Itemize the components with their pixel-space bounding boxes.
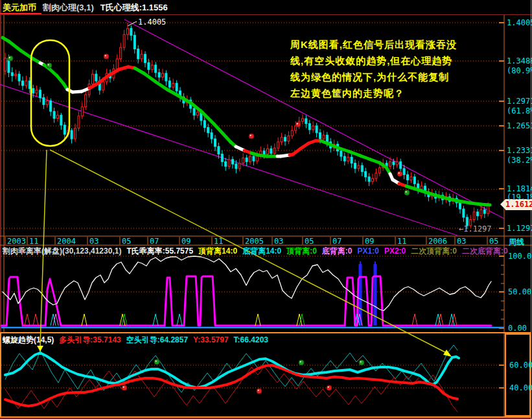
candle-body	[18, 74, 20, 81]
panel3-header-item: T:66.4203	[234, 335, 268, 344]
candle-body	[253, 156, 255, 161]
candle-body	[326, 135, 328, 142]
dot-highlight	[156, 361, 157, 362]
candle-body	[60, 115, 62, 125]
signal-triangle	[412, 314, 417, 326]
candle-body	[221, 154, 223, 162]
candle-body	[238, 163, 240, 169]
active-panel-axis-box	[505, 334, 530, 416]
candle-body	[116, 59, 118, 69]
candle-body	[25, 81, 27, 86]
date-label: 03	[274, 237, 283, 246]
signal-triangle	[51, 314, 56, 326]
candle-body	[378, 168, 380, 173]
panel3-axis-label: 40.00	[509, 383, 532, 392]
panel2-header-item: 二次顶背离:0	[411, 246, 457, 256]
candle-body	[102, 82, 104, 90]
instrument-name[interactable]: 美元加币	[3, 3, 36, 12]
psychology-ma-line	[214, 124, 223, 134]
candle-body	[242, 158, 244, 163]
psychology-ma-line	[191, 103, 202, 112]
candle-body	[354, 163, 356, 169]
candle-body	[323, 135, 325, 139]
panel2-header-item: 底背离14:0	[242, 246, 281, 256]
date-label: 07	[150, 237, 159, 246]
price-axis-label: 1.1814	[507, 184, 532, 193]
candle-body	[95, 74, 97, 81]
sell-signal-dot	[257, 389, 262, 394]
panel2-header-item: PX2:0	[384, 246, 406, 256]
candle-body	[277, 142, 279, 148]
price-axis-label: (38.2%)	[507, 156, 532, 165]
candle-body	[46, 101, 48, 104]
buy-signal-dot	[404, 190, 410, 195]
annotation-line: 线为绿色的情况下,为什么不能复制	[290, 69, 457, 85]
date-label: 03	[457, 237, 466, 246]
psychology-ma-line	[425, 192, 435, 195]
candle-body	[396, 162, 398, 165]
psychology-ma-line	[435, 195, 447, 198]
signal-triangle	[177, 314, 182, 326]
candle-body	[57, 115, 59, 119]
sell-signal-dot	[295, 122, 301, 127]
panel2-header-item: 割肉乖离率(解盘)(30,123,41230,1)	[3, 246, 121, 256]
candle-body	[351, 157, 353, 163]
dot-highlight	[300, 361, 301, 363]
candle-body	[410, 177, 412, 180]
candle-body	[284, 138, 286, 141]
candle-body	[305, 119, 307, 124]
candle-body	[155, 65, 157, 73]
candle-body	[368, 177, 370, 182]
panel2-header-item: 底背离:0	[322, 246, 353, 256]
indicator-name[interactable]: 割肉心理(3,1)	[43, 3, 94, 12]
candle-body	[40, 90, 41, 98]
psychology-ma-line	[9, 42, 21, 51]
candle-body	[207, 127, 209, 132]
candle-body	[400, 162, 402, 169]
candle-body	[232, 160, 234, 164]
candle-body	[273, 148, 275, 153]
buy-signal-dot	[154, 359, 159, 365]
candle-body	[477, 212, 479, 216]
candle-body	[267, 149, 269, 154]
callout-arrowhead-down	[37, 346, 43, 352]
candle-body	[372, 178, 374, 182]
psychology-ma-line	[360, 156, 371, 160]
candle-body	[168, 81, 170, 87]
candle-body	[158, 73, 160, 77]
candle-body	[197, 112, 199, 115]
candle-body	[393, 162, 395, 165]
candle-body	[120, 47, 122, 59]
candle-body	[218, 147, 220, 154]
candle-body	[71, 130, 73, 139]
sell-signal-dot	[327, 385, 332, 390]
candle-body	[375, 173, 377, 178]
candle-body	[235, 164, 237, 169]
panel2-header: 割肉乖离率(解盘)(30,123,41230,1)T氏乖离率:55.7575顶背…	[3, 246, 513, 257]
candle-body	[11, 73, 13, 76]
panel2-header-item: 二次底背离:0	[462, 246, 508, 256]
price-axis-label: 1.2651	[507, 121, 532, 130]
candle-body	[308, 124, 310, 130]
candle-body	[172, 83, 174, 87]
candle-body	[137, 49, 139, 59]
candle-body	[389, 162, 391, 166]
candle-body	[85, 95, 87, 107]
dot-highlight	[250, 135, 251, 136]
date-label: 05	[489, 237, 498, 246]
candle-body	[75, 128, 76, 139]
candle-body	[165, 73, 167, 81]
candle-body	[347, 157, 349, 161]
signal-triangle	[299, 314, 305, 326]
signal-triangle	[438, 314, 443, 326]
candle-body	[214, 139, 216, 147]
candle-body	[15, 74, 17, 75]
candle-body	[133, 35, 135, 49]
dot-highlight	[258, 390, 259, 391]
candle-body	[43, 98, 45, 105]
price-axis-label: (61.8%)	[507, 106, 532, 115]
panel2-header-item: 顶背离:0	[286, 246, 317, 256]
candle-body	[53, 112, 55, 119]
panel2-axis-label: 50.00	[508, 287, 531, 296]
candle-body	[92, 74, 94, 84]
